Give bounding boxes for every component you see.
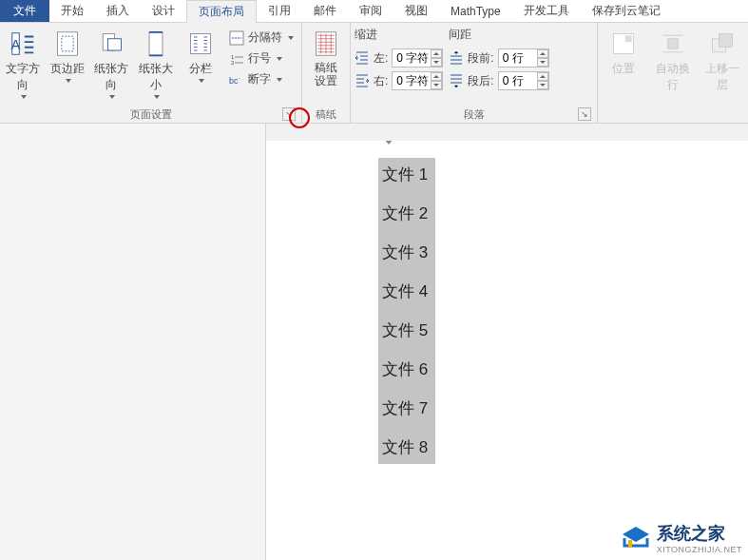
- page-area[interactable]: 文件 1 文件 2 文件 3 文件 4 文件 5 文件 6 文件 7 文件 8: [266, 124, 748, 560]
- watermark-cn: 系统之家: [657, 522, 742, 545]
- orientation-button[interactable]: 纸张方向: [92, 27, 131, 99]
- manuscript-label: 稿纸 设置: [315, 61, 337, 88]
- wrap-icon: [658, 29, 688, 59]
- tab-home[interactable]: 开始: [49, 0, 95, 22]
- group-page-setup-label: 页面设置: [130, 108, 172, 120]
- space-after-icon: [449, 73, 464, 88]
- line-numbers-button[interactable]: 12 行号: [225, 49, 297, 68]
- group-paragraph: 缩进 左: 右:: [351, 23, 598, 123]
- orientation-label: 纸张方向: [92, 61, 131, 93]
- space-after-down[interactable]: [537, 81, 548, 89]
- position-button: 位置: [602, 27, 645, 77]
- svg-rect-19: [628, 540, 632, 548]
- tab-mailings[interactable]: 邮件: [302, 0, 348, 22]
- chevron-down-icon: [277, 78, 282, 82]
- tab-file[interactable]: 文件: [0, 0, 49, 22]
- line-numbers-icon: 12: [229, 51, 244, 67]
- tab-review[interactable]: 审阅: [348, 0, 393, 22]
- bring-forward-button: 上移一层: [700, 27, 744, 93]
- tab-insert[interactable]: 插入: [95, 0, 141, 22]
- list-item[interactable]: 文件 6: [378, 358, 428, 380]
- wrap-button: 自动换行: [651, 27, 695, 93]
- ruler-indent-marker[interactable]: [384, 139, 395, 150]
- chevron-down-icon: [109, 95, 115, 99]
- wrap-label: 自动换行: [651, 61, 695, 93]
- watermark: 系统之家 XITONGZHIJIA.NET: [621, 522, 742, 554]
- position-label: 位置: [612, 61, 635, 77]
- manuscript-settings-button[interactable]: 稿纸 设置: [306, 27, 346, 88]
- page-setup-launcher[interactable]: ↘: [282, 107, 296, 121]
- space-before-down[interactable]: [537, 58, 548, 67]
- list-item[interactable]: 文件 8: [378, 436, 428, 458]
- size-icon: [141, 29, 171, 59]
- list-item[interactable]: 文件 7: [378, 397, 428, 419]
- orientation-icon: [96, 29, 126, 59]
- tab-mathtype[interactable]: MathType: [439, 2, 512, 21]
- position-icon: [608, 29, 639, 59]
- chevron-down-icon: [21, 95, 27, 99]
- watermark-en: XITONGZHIJIA.NET: [657, 545, 742, 554]
- text-direction-icon: A: [8, 29, 38, 59]
- group-manuscript: 稿纸 设置 稿纸: [302, 23, 351, 123]
- list-item[interactable]: 文件 5: [378, 319, 428, 341]
- margins-button[interactable]: 页边距: [48, 27, 87, 83]
- hyphenation-label: 断字: [248, 71, 271, 87]
- indent-left-down[interactable]: [431, 58, 442, 67]
- size-label: 纸张大小: [137, 61, 176, 93]
- indent-left-up[interactable]: [431, 49, 442, 58]
- indent-right-up[interactable]: [431, 72, 442, 81]
- space-before-up[interactable]: [537, 49, 548, 58]
- columns-icon: [185, 29, 216, 59]
- columns-button[interactable]: 分栏: [181, 27, 220, 83]
- left-gutter: [0, 124, 266, 560]
- list-item[interactable]: 文件 1: [378, 164, 428, 185]
- tab-references[interactable]: 引用: [257, 0, 302, 22]
- tab-design[interactable]: 设计: [141, 0, 186, 22]
- svg-rect-15: [625, 35, 632, 42]
- svg-text:-: -: [239, 75, 240, 81]
- svg-rect-6: [149, 32, 163, 56]
- group-paragraph-label: 段落: [464, 108, 485, 120]
- selected-text-column[interactable]: 文件 1 文件 2 文件 3 文件 4 文件 5 文件 6 文件 7 文件 8: [378, 158, 435, 464]
- list-item[interactable]: 文件 4: [378, 280, 428, 302]
- ruler-horizontal[interactable]: [361, 125, 418, 140]
- svg-text:2: 2: [231, 60, 235, 66]
- hyphenation-button[interactable]: bc- 断字: [225, 70, 297, 88]
- breaks-button[interactable]: 分隔符: [225, 29, 297, 47]
- text-direction-button[interactable]: A 文字方向: [4, 27, 43, 99]
- list-item[interactable]: 文件 3: [378, 241, 428, 263]
- bring-forward-icon: [707, 29, 738, 59]
- indent-left-icon: [355, 50, 370, 66]
- chevron-down-icon: [288, 36, 294, 40]
- svg-text:bc: bc: [229, 76, 239, 86]
- svg-rect-2: [57, 32, 77, 56]
- size-button[interactable]: 纸张大小: [137, 27, 176, 99]
- indent-right-label: 右:: [374, 73, 388, 89]
- line-numbers-label: 行号: [248, 50, 271, 67]
- chevron-down-icon: [199, 79, 204, 83]
- tab-page-layout[interactable]: 页面布局: [186, 0, 257, 23]
- document-area: 文件 1 文件 2 文件 3 文件 4 文件 5 文件 6 文件 7 文件 8: [0, 124, 748, 560]
- space-before-icon: [449, 50, 464, 66]
- breaks-label: 分隔符: [248, 29, 282, 46]
- tab-view[interactable]: 视图: [393, 0, 439, 22]
- group-arrange: 位置 自动换行 上移一层: [598, 23, 748, 123]
- manuscript-icon: [311, 29, 341, 59]
- margins-label: 页边距: [50, 61, 85, 77]
- text-direction-label: 文字方向: [4, 61, 43, 93]
- indent-left-label: 左:: [374, 50, 388, 67]
- paragraph-launcher[interactable]: ↘: [578, 107, 591, 121]
- list-item[interactable]: 文件 2: [378, 203, 428, 224]
- svg-text:A: A: [11, 36, 21, 52]
- indent-right-down[interactable]: [431, 81, 442, 89]
- group-manuscript-label: 稿纸: [316, 108, 336, 120]
- svg-rect-18: [719, 34, 733, 48]
- indent-right-icon: [355, 73, 370, 88]
- ribbon-body: A 文字方向 页边距 纸张方向: [0, 23, 748, 124]
- tab-save-cloud[interactable]: 保存到云笔记: [581, 0, 672, 22]
- chevron-down-icon: [66, 79, 71, 83]
- watermark-icon: [621, 525, 651, 551]
- columns-label: 分栏: [189, 61, 212, 77]
- space-after-up[interactable]: [537, 72, 548, 81]
- tab-developer[interactable]: 开发工具: [512, 0, 581, 22]
